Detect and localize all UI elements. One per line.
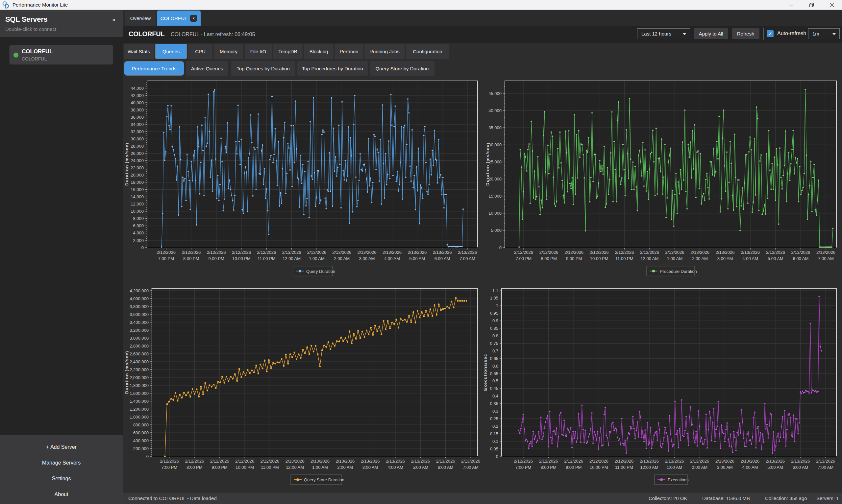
svg-text:1,800,000: 1,800,000	[130, 383, 149, 388]
svg-text:2/13/2026: 2/13/2026	[766, 250, 785, 255]
svg-text:8:00 PM: 8:00 PM	[186, 465, 202, 470]
svg-text:2:00 AM: 2:00 AM	[334, 256, 350, 261]
svg-text:0.95: 0.95	[490, 311, 498, 316]
svg-text:7:00 PM: 7:00 PM	[515, 465, 531, 470]
svg-text:2/13/2026: 2/13/2026	[665, 458, 684, 464]
svg-text:9:00 PM: 9:00 PM	[212, 465, 227, 470]
svg-text:1,400,000: 1,400,000	[130, 399, 149, 404]
svg-text:40,000: 40,000	[130, 100, 144, 105]
svg-text:12:00 AM: 12:00 AM	[640, 256, 659, 261]
svg-text:0.05: 0.05	[490, 447, 498, 451]
svg-text:0.1: 0.1	[492, 439, 498, 444]
svg-text:6,000: 6,000	[133, 223, 144, 228]
svg-text:4:00 AM: 4:00 AM	[742, 256, 758, 261]
svg-text:11:00 PM: 11:00 PM	[615, 465, 633, 470]
svg-text:6:00 AM: 6:00 AM	[793, 256, 809, 261]
svg-text:28,000: 28,000	[130, 144, 144, 149]
svg-text:2,600,000: 2,600,000	[130, 352, 149, 356]
svg-text:24,000: 24,000	[130, 158, 144, 163]
svg-text:42,000: 42,000	[130, 93, 144, 98]
svg-text:2/13/2026: 2/13/2026	[361, 458, 380, 464]
svg-text:2/13/2026: 2/13/2026	[740, 458, 759, 464]
svg-text:2/13/2026: 2/13/2026	[386, 458, 405, 464]
svg-text:6:00 AM: 6:00 AM	[793, 465, 808, 470]
svg-text:3,800,000: 3,800,000	[130, 304, 149, 309]
svg-text:Executions: Executions	[668, 478, 689, 482]
svg-text:22,000: 22,000	[130, 165, 144, 170]
svg-text:Duration (ms/sec): Duration (ms/sec)	[124, 351, 129, 394]
svg-text:2,000: 2,000	[133, 238, 144, 243]
svg-text:2/13/2026: 2/13/2026	[307, 250, 326, 255]
svg-text:7:00 AM: 7:00 AM	[818, 256, 834, 261]
svg-text:0.3: 0.3	[492, 409, 498, 414]
svg-text:0.6: 0.6	[492, 364, 498, 368]
svg-text:2/13/2026: 2/13/2026	[690, 458, 709, 464]
svg-text:2/12/2026: 2/12/2026	[565, 250, 584, 255]
svg-text:2/12/2026: 2/12/2026	[207, 250, 226, 255]
svg-text:15,000: 15,000	[488, 194, 502, 199]
svg-text:45,000: 45,000	[488, 91, 502, 96]
svg-text:3,200,000: 3,200,000	[130, 328, 149, 333]
svg-text:0.8: 0.8	[492, 334, 498, 338]
svg-text:2/13/2026: 2/13/2026	[332, 250, 351, 255]
svg-text:1,600,000: 1,600,000	[130, 391, 149, 396]
svg-text:2,000,000: 2,000,000	[130, 375, 149, 380]
svg-text:2/13/2026: 2/13/2026	[741, 250, 760, 255]
svg-text:10,000: 10,000	[488, 211, 502, 216]
svg-text:3:00 AM: 3:00 AM	[717, 465, 733, 470]
svg-text:2/13/2026: 2/13/2026	[310, 458, 329, 464]
svg-text:3:00 AM: 3:00 AM	[359, 256, 375, 261]
svg-text:4:00 AM: 4:00 AM	[384, 256, 400, 261]
svg-text:4,000: 4,000	[133, 231, 144, 235]
svg-text:2/12/2026: 2/12/2026	[539, 250, 558, 255]
svg-text:1:00 AM: 1:00 AM	[312, 465, 328, 470]
svg-text:1,000,000: 1,000,000	[130, 415, 149, 419]
svg-text:12,000: 12,000	[130, 201, 144, 206]
svg-text:7:00 AM: 7:00 AM	[818, 465, 834, 470]
svg-text:3,000,000: 3,000,000	[130, 336, 149, 341]
svg-text:14,000: 14,000	[130, 194, 144, 199]
svg-text:4:00 AM: 4:00 AM	[388, 465, 403, 470]
svg-text:6:00 AM: 6:00 AM	[438, 465, 453, 470]
svg-text:2/13/2026: 2/13/2026	[358, 250, 377, 255]
svg-text:0: 0	[499, 245, 502, 250]
svg-text:2/12/2026: 2/12/2026	[514, 458, 533, 464]
svg-text:2/13/2026: 2/13/2026	[382, 250, 401, 255]
svg-text:2/13/2026: 2/13/2026	[336, 458, 355, 464]
svg-text:7:00 PM: 7:00 PM	[161, 465, 177, 470]
svg-text:Query Store Duration: Query Store Duration	[304, 478, 344, 482]
svg-text:2/13/2026: 2/13/2026	[282, 250, 301, 255]
svg-text:0.65: 0.65	[490, 356, 498, 361]
svg-text:4:00 AM: 4:00 AM	[742, 465, 758, 470]
svg-text:2,400,000: 2,400,000	[130, 359, 149, 364]
svg-text:Procedure Duration: Procedure Duration	[660, 269, 697, 274]
svg-text:5:00 AM: 5:00 AM	[409, 256, 425, 261]
svg-text:2/12/2026: 2/12/2026	[182, 250, 201, 255]
svg-text:5:00 AM: 5:00 AM	[767, 465, 783, 470]
svg-text:2/13/2026: 2/13/2026	[715, 458, 734, 464]
svg-text:2/13/2026: 2/13/2026	[691, 250, 710, 255]
svg-text:0.7: 0.7	[492, 348, 498, 354]
svg-text:2/12/2026: 2/12/2026	[615, 250, 634, 255]
svg-text:40,000: 40,000	[488, 108, 502, 113]
svg-text:0: 0	[141, 245, 144, 250]
svg-text:0: 0	[496, 454, 498, 459]
svg-text:0.35: 0.35	[490, 401, 498, 406]
svg-text:2/12/2026: 2/12/2026	[157, 250, 176, 255]
svg-text:2/13/2026: 2/13/2026	[458, 250, 477, 255]
svg-text:38,000: 38,000	[130, 108, 144, 112]
svg-text:2:00 AM: 2:00 AM	[692, 465, 707, 470]
svg-text:5:00 AM: 5:00 AM	[768, 256, 784, 261]
svg-text:0.2: 0.2	[492, 424, 498, 429]
svg-text:0.9: 0.9	[492, 318, 498, 323]
svg-text:5:00 AM: 5:00 AM	[412, 465, 428, 470]
svg-text:11:00 PM: 11:00 PM	[261, 465, 279, 470]
svg-text:2/12/2026: 2/12/2026	[235, 458, 254, 464]
svg-text:2:00 AM: 2:00 AM	[337, 465, 353, 470]
svg-text:2/13/2026: 2/13/2026	[433, 250, 452, 255]
svg-text:3,400,000: 3,400,000	[130, 320, 149, 325]
svg-text:3:00 AM: 3:00 AM	[362, 465, 378, 470]
svg-text:9:00 PM: 9:00 PM	[566, 465, 581, 470]
svg-text:10:00 PM: 10:00 PM	[232, 256, 251, 261]
svg-text:1:00 AM: 1:00 AM	[667, 256, 683, 261]
